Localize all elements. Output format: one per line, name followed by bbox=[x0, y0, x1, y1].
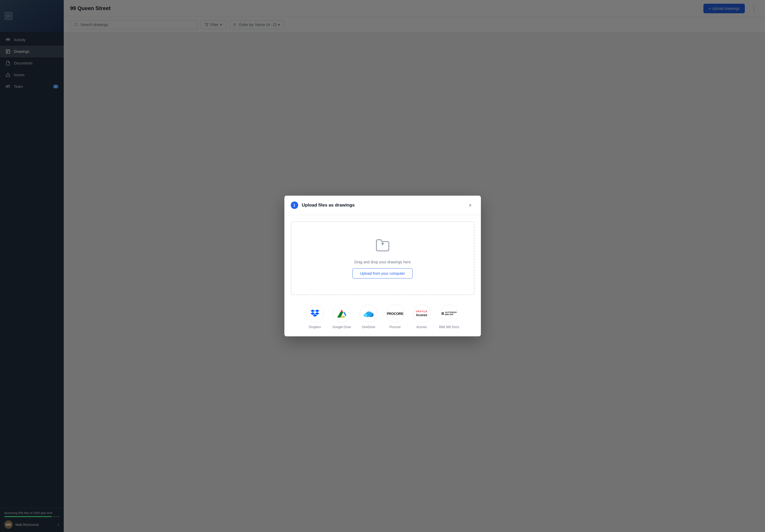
integration-onedrive[interactable]: OneDrive bbox=[360, 304, 378, 329]
integration-aconex[interactable]: ORACLE Aconex Aconex bbox=[412, 304, 431, 329]
integration-dropbox[interactable]: Dropbox bbox=[306, 304, 324, 329]
svg-marker-17 bbox=[315, 309, 320, 312]
aconex-text: Aconex bbox=[416, 313, 427, 317]
drop-text: Drag and drop your drawings here bbox=[354, 260, 410, 264]
upload-computer-button[interactable]: Upload from your computer bbox=[353, 268, 413, 278]
modal-title: Upload files as drawings bbox=[302, 203, 462, 208]
onedrive-logo bbox=[364, 309, 374, 317]
bim-b-text: B bbox=[441, 311, 444, 316]
dropbox-label: Dropbox bbox=[309, 325, 321, 329]
onedrive-icon-container bbox=[360, 304, 378, 322]
bim360-text: BIM 360° bbox=[445, 313, 457, 316]
step-badge: 1 bbox=[291, 202, 298, 209]
dropbox-logo bbox=[311, 309, 320, 317]
bim360-label: BIM 360 Docs bbox=[439, 325, 459, 329]
integration-bim360[interactable]: B AUTODESK BIM 360° BIM 360 Docs bbox=[439, 304, 459, 329]
modal-overlay[interactable]: 1 Upload files as drawings × Drag and dr… bbox=[0, 0, 765, 532]
upload-folder-icon bbox=[375, 238, 390, 256]
integration-gdrive[interactable]: Google Drive bbox=[333, 304, 351, 329]
gdrive-label: Google Drive bbox=[333, 325, 351, 329]
oracle-text: ORACLE bbox=[416, 310, 427, 313]
gdrive-icon-container bbox=[333, 304, 351, 322]
svg-marker-16 bbox=[311, 309, 315, 312]
modal-body: Drag and drop your drawings here Upload … bbox=[285, 215, 481, 336]
integration-procore[interactable]: PROCORE Procore bbox=[386, 304, 404, 329]
onedrive-label: OneDrive bbox=[362, 325, 375, 329]
bim360-icon-container: B AUTODESK BIM 360° bbox=[440, 304, 458, 322]
aconex-label: Aconex bbox=[416, 325, 427, 329]
gdrive-logo bbox=[337, 309, 346, 318]
dropbox-icon-container bbox=[306, 304, 324, 322]
svg-point-24 bbox=[364, 313, 368, 317]
drop-zone[interactable]: Drag and drop your drawings here Upload … bbox=[291, 222, 474, 295]
procore-icon-container: PROCORE bbox=[386, 304, 404, 322]
aconex-icon-container: ORACLE Aconex bbox=[412, 304, 431, 322]
close-button[interactable]: × bbox=[466, 201, 474, 210]
modal-header: 1 Upload files as drawings × bbox=[285, 196, 481, 215]
integrations: Dropbox Google Drive bbox=[291, 302, 474, 330]
upload-modal: 1 Upload files as drawings × Drag and dr… bbox=[285, 196, 481, 336]
procore-label: Procore bbox=[389, 325, 401, 329]
procore-text: PROCORE bbox=[387, 312, 403, 316]
